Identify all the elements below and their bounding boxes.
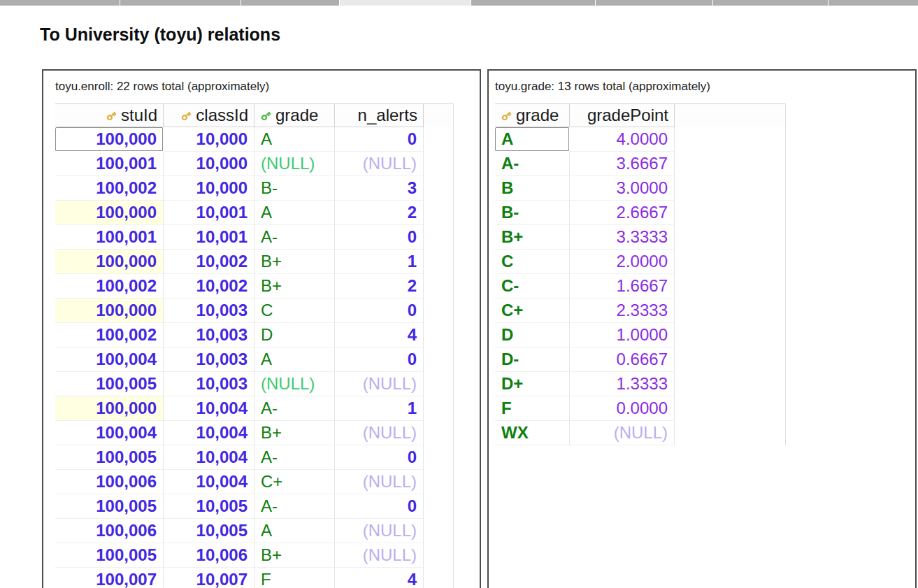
cell-n_alerts[interactable]: 4 [335, 323, 424, 347]
cell-classId[interactable]: 10,002 [164, 274, 254, 299]
cell-gradePoint[interactable]: 0.6667 [570, 347, 675, 372]
cell-stuId[interactable]: 100,004 [55, 347, 164, 372]
cell-stuId[interactable]: 100,000 [55, 127, 164, 152]
cell-gradePoint[interactable]: 4.0000 [570, 127, 675, 152]
cell-n_alerts[interactable]: 3 [335, 176, 424, 201]
cell-n_alerts[interactable]: (NULL) [335, 543, 424, 568]
column-header-classId[interactable]: classId [164, 104, 254, 127]
cell-grade[interactable]: A- [254, 494, 335, 519]
cell-grade[interactable]: A- [495, 152, 570, 176]
cell-classId[interactable]: 10,005 [164, 494, 254, 519]
cell-grade[interactable]: A [254, 347, 335, 372]
cell-grade[interactable]: C [254, 299, 335, 323]
cell-classId[interactable]: 10,002 [164, 250, 254, 274]
cell-stuId[interactable]: 100,006 [55, 519, 164, 543]
column-header-gradePoint[interactable]: gradePoint [570, 104, 675, 127]
cell-n_alerts[interactable]: 0 [335, 127, 424, 152]
cell-grade[interactable]: D [495, 323, 570, 347]
cell-classId[interactable]: 10,003 [164, 299, 254, 323]
cell-n_alerts[interactable]: 4 [335, 568, 424, 588]
cell-classId[interactable]: 10,003 [164, 372, 254, 396]
cell-grade[interactable]: B+ [254, 543, 335, 568]
cell-n_alerts[interactable]: 2 [335, 274, 424, 299]
cell-classId[interactable]: 10,005 [164, 519, 254, 543]
cell-n_alerts[interactable]: 0 [335, 494, 424, 519]
cell-gradePoint[interactable]: 3.3333 [570, 225, 675, 250]
cell-grade[interactable]: C+ [254, 470, 335, 494]
cell-classId[interactable]: 10,000 [164, 152, 254, 176]
cell-n_alerts[interactable]: (NULL) [335, 372, 424, 396]
cell-classId[interactable]: 10,007 [164, 568, 254, 588]
cell-stuId[interactable]: 100,001 [55, 225, 164, 250]
cell-grade[interactable]: B+ [495, 225, 570, 250]
cell-gradePoint[interactable]: 3.6667 [570, 152, 675, 176]
cell-grade[interactable]: (NULL) [254, 152, 335, 176]
cell-grade[interactable]: A [254, 201, 335, 225]
cell-stuId[interactable]: 100,007 [55, 568, 164, 588]
enroll-data-grid[interactable]: stuIdclassIdgraden_alerts 100,00010,000A… [55, 103, 454, 588]
cell-stuId[interactable]: 100,002 [55, 323, 164, 347]
cell-n_alerts[interactable]: 0 [335, 347, 424, 372]
column-header-grade[interactable]: grade [495, 104, 570, 127]
cell-n_alerts[interactable]: 1 [335, 250, 424, 274]
cell-grade[interactable]: A- [254, 396, 335, 421]
grade-data-grid[interactable]: gradegradePoint A4.0000A-3.6667B3.0000B-… [495, 103, 786, 445]
cell-classId[interactable]: 10,004 [164, 421, 254, 445]
cell-stuId[interactable]: 100,004 [55, 421, 164, 445]
cell-classId[interactable]: 10,004 [164, 396, 254, 421]
column-header-grade[interactable]: grade [254, 104, 335, 127]
cell-classId[interactable]: 10,001 [164, 201, 254, 225]
cell-n_alerts[interactable]: (NULL) [335, 470, 424, 494]
cell-stuId[interactable]: 100,006 [55, 470, 164, 494]
cell-grade[interactable]: WX [495, 421, 570, 445]
cell-gradePoint[interactable]: 3.0000 [570, 176, 675, 201]
cell-grade[interactable]: C- [495, 274, 570, 299]
cell-gradePoint[interactable]: 1.3333 [570, 372, 675, 396]
cell-grade[interactable]: (NULL) [254, 372, 335, 396]
cell-stuId[interactable]: 100,000 [55, 201, 164, 225]
cell-stuId[interactable]: 100,005 [55, 494, 164, 519]
cell-gradePoint[interactable]: 2.6667 [570, 201, 675, 225]
cell-grade[interactable]: B+ [254, 421, 335, 445]
cell-grade[interactable]: B+ [254, 250, 335, 274]
cell-n_alerts[interactable]: (NULL) [335, 519, 424, 543]
cell-stuId[interactable]: 100,001 [55, 152, 164, 176]
cell-grade[interactable]: D [254, 323, 335, 347]
cell-stuId[interactable]: 100,005 [55, 445, 164, 470]
cell-gradePoint[interactable]: 1.6667 [570, 274, 675, 299]
cell-n_alerts[interactable]: (NULL) [335, 152, 424, 176]
cell-classId[interactable]: 10,000 [164, 176, 254, 201]
cell-n_alerts[interactable]: 2 [335, 201, 424, 225]
cell-grade[interactable]: F [495, 396, 570, 421]
cell-classId[interactable]: 10,003 [164, 347, 254, 372]
cell-stuId[interactable]: 100,000 [55, 299, 164, 323]
cell-grade[interactable]: D+ [495, 372, 570, 396]
cell-gradePoint[interactable]: (NULL) [570, 421, 675, 445]
cell-n_alerts[interactable]: (NULL) [335, 421, 424, 445]
cell-grade[interactable]: A- [254, 445, 335, 470]
cell-stuId[interactable]: 100,005 [55, 543, 164, 568]
cell-classId[interactable]: 10,006 [164, 543, 254, 568]
cell-stuId[interactable]: 100,000 [55, 250, 164, 274]
cell-grade[interactable]: B+ [254, 274, 335, 299]
cell-stuId[interactable]: 100,002 [55, 176, 164, 201]
cell-gradePoint[interactable]: 1.0000 [570, 323, 675, 347]
column-header-stuId[interactable]: stuId [55, 104, 164, 127]
cell-grade[interactable]: D- [495, 347, 570, 372]
cell-grade[interactable]: A [495, 127, 570, 152]
cell-classId[interactable]: 10,004 [164, 445, 254, 470]
cell-classId[interactable]: 10,001 [164, 225, 254, 250]
cell-stuId[interactable]: 100,002 [55, 274, 164, 299]
cell-stuId[interactable]: 100,000 [55, 396, 164, 421]
cell-grade[interactable]: C+ [495, 299, 570, 323]
cell-gradePoint[interactable]: 0.0000 [570, 396, 675, 421]
cell-grade[interactable]: B [495, 176, 570, 201]
cell-grade[interactable]: B- [254, 176, 335, 201]
cell-gradePoint[interactable]: 2.0000 [570, 250, 675, 274]
cell-n_alerts[interactable]: 0 [335, 445, 424, 470]
column-header-n_alerts[interactable]: n_alerts [335, 104, 424, 127]
cell-n_alerts[interactable]: 0 [335, 225, 424, 250]
cell-grade[interactable]: A- [254, 225, 335, 250]
cell-grade[interactable]: A [254, 127, 335, 152]
cell-n_alerts[interactable]: 1 [335, 396, 424, 421]
